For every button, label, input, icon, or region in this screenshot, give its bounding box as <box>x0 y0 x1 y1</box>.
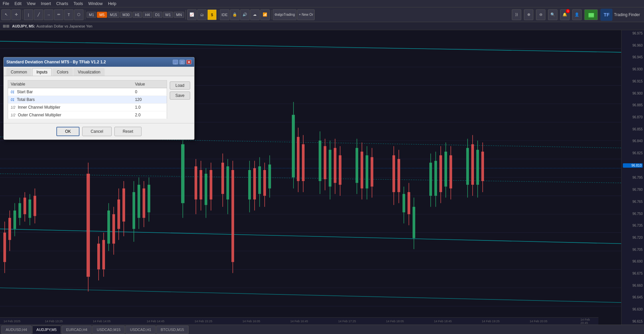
menu-view[interactable]: View <box>24 1 38 7</box>
profit-btn[interactable]: ▓▓ <box>584 9 598 20</box>
ide-btn[interactable]: IDE <box>220 9 229 20</box>
toolbar-sep-4 <box>218 10 218 19</box>
tab-visualization[interactable]: Visualization <box>73 68 105 76</box>
search-btn[interactable]: 🔍 <box>548 9 557 20</box>
menu-window[interactable]: Window <box>86 1 105 7</box>
row1-value: 0 <box>132 88 167 96</box>
inputs-table: Variable Value 01 Start Bar <box>8 80 167 119</box>
menu-help[interactable]: Help <box>105 1 119 7</box>
zoom-out-btn[interactable]: ⊖ <box>536 9 545 20</box>
row4-variable: 1/2 Outer Channel Multiplier <box>8 111 132 119</box>
col-value: Value <box>132 80 167 88</box>
wifi-btn[interactable]: 📶 <box>260 9 270 20</box>
chart-header: ▦▦ AUDJPY, M5: Australian Dollar vs Japa… <box>0 22 644 30</box>
inputs-table-container: Variable Value 01 Start Bar <box>8 80 167 119</box>
tf-m15[interactable]: M15 <box>108 12 119 18</box>
ok-button[interactable]: OK <box>56 127 79 136</box>
dialog-title: Standard Deviation Channel MT5 - By TFla… <box>6 60 106 64</box>
reset-button[interactable]: Reset <box>114 127 142 136</box>
col-variable: Variable <box>8 80 132 88</box>
dialog-titlebar: Standard Deviation Channel MT5 - By TFla… <box>4 57 194 67</box>
new-order-btn[interactable]: + New Or <box>297 9 315 20</box>
row1-label: Start Bar <box>17 90 33 94</box>
toolbar: ↖ ✛ | ╱ → ✏ T ⬡ M1 M5 M15 M30 H1 H4 D1 W… <box>0 7 644 22</box>
tf-m30[interactable]: M30 <box>120 12 132 18</box>
tf-h4[interactable]: H4 <box>143 12 152 18</box>
tab-usdcad-m15[interactable]: USDCAD,M15 <box>92 326 125 334</box>
tab-audusd-h4[interactable]: AUDUSD,H4 <box>1 326 32 334</box>
chart-type-btn[interactable]: 📈 <box>187 9 197 20</box>
dialog-titlebar-buttons: _ □ ✕ <box>173 60 192 64</box>
row3-variable: 1/2 Inner Channel Multiplier <box>8 104 132 111</box>
row3-label: Inner Channel Multiplier <box>18 105 60 110</box>
dialog-maximize-btn[interactable]: □ <box>179 60 185 64</box>
zoom-in-btn[interactable]: ⊕ <box>524 9 533 20</box>
table-row[interactable]: 1/2 Outer Channel Multiplier 2.0 <box>8 111 167 119</box>
indicator-btn[interactable]: $ <box>207 9 217 20</box>
menu-bar: File Edit View Insert Charts Tools Windo… <box>0 0 644 7</box>
algo-trading-btn[interactable]: ⚙ algoTrading <box>273 9 297 20</box>
tab-inputs[interactable]: Inputs <box>32 68 52 76</box>
menu-tools[interactable]: Tools <box>71 1 86 7</box>
logo-icon: TF <box>600 9 612 21</box>
bottom-tabs: AUDUSD,H4 AUDJPY,M5 EURCAD,H4 USDCAD,M15… <box>0 325 644 334</box>
ray-btn[interactable]: → <box>44 9 53 20</box>
tf-h1[interactable]: H1 <box>132 12 142 18</box>
cloud-btn[interactable]: ☁ <box>250 9 260 20</box>
nav-btn[interactable]: ⟩⟩ <box>512 9 521 20</box>
row4-icon: 1/2 <box>11 113 15 117</box>
row2-icon: 01 <box>11 98 14 102</box>
dialog-overlay: Standard Deviation Channel MT5 - By TFla… <box>0 30 644 325</box>
chart-icon: ▦▦ <box>3 24 9 28</box>
table-row[interactable]: 01 Total Bars 120 <box>8 96 167 104</box>
chart-description: Australian Dollar vs Japanese Yen <box>36 24 92 28</box>
tab-usdcad-h1[interactable]: USDCAD,H1 <box>125 326 156 334</box>
notification-btn[interactable]: 🔔1 <box>560 9 570 20</box>
accounts-btn[interactable]: 👤 <box>572 9 582 20</box>
tab-common[interactable]: Common <box>6 68 32 76</box>
tf-w1[interactable]: W1 <box>163 12 173 18</box>
tf-mn[interactable]: MN <box>174 12 184 18</box>
menu-file[interactable]: File <box>0 1 12 7</box>
tf-m1[interactable]: M1 <box>87 12 96 18</box>
menu-charts[interactable]: Charts <box>54 1 71 7</box>
row3-value: 1.0 <box>132 104 167 111</box>
line-diag-btn[interactable]: ╱ <box>34 9 43 20</box>
line-tool-btn[interactable]: | <box>24 9 33 20</box>
load-button[interactable]: Load <box>170 81 190 90</box>
row4-label: Outer Channel Multiplier <box>18 113 61 117</box>
toolbar-sep-2 <box>85 10 85 19</box>
save-button[interactable]: Save <box>170 92 190 100</box>
sound-btn[interactable]: 🔊 <box>240 9 250 20</box>
dialog-close-btn[interactable]: ✕ <box>186 60 192 64</box>
toolbar-sep-3 <box>185 10 186 19</box>
table-row[interactable]: 1/2 Inner Channel Multiplier 1.0 <box>8 104 167 111</box>
dialog-minimize-btn[interactable]: _ <box>173 60 178 64</box>
shapes-btn[interactable]: ⬡ <box>74 9 84 20</box>
row4-value: 2.0 <box>132 111 167 119</box>
cross-tool-btn[interactable]: ✛ <box>11 9 21 20</box>
menu-insert[interactable]: Insert <box>38 1 54 7</box>
toolbar-sep-1 <box>22 10 22 19</box>
menu-edit[interactable]: Edit <box>12 1 24 7</box>
dialog: Standard Deviation Channel MT5 - By TFla… <box>3 57 195 140</box>
chart-area: 14 Feb 2025 14 Feb 13:25 14 Feb 14:05 14… <box>0 30 644 325</box>
tab-eurcad-h4[interactable]: EURCAD,H4 <box>62 326 92 334</box>
text-btn[interactable]: T <box>64 9 73 20</box>
toolbar-sep-5 <box>271 10 271 19</box>
tf-m5[interactable]: M5 <box>97 12 107 18</box>
lock-btn[interactable]: 🔒 <box>230 9 239 20</box>
row2-label: Total Bars <box>17 97 35 102</box>
row1-icon: 01 <box>11 90 14 94</box>
tab-colors[interactable]: Colors <box>52 68 73 76</box>
arrow-tool-btn[interactable]: ↖ <box>1 9 11 20</box>
template-btn[interactable]: 🗂 <box>197 9 207 20</box>
cancel-button[interactable]: Cancel <box>82 127 111 136</box>
logo-text: Trading Finder <box>614 12 640 17</box>
table-row[interactable]: 01 Start Bar 0 <box>8 88 167 96</box>
tab-audjpy-m5[interactable]: AUDJPY,M5 <box>32 326 61 334</box>
pen-btn[interactable]: ✏ <box>54 9 63 20</box>
tf-d1[interactable]: D1 <box>153 12 162 18</box>
tab-btcusd-m15[interactable]: BTCUSD,M15 <box>156 326 189 334</box>
side-buttons: Load Save <box>170 80 190 119</box>
